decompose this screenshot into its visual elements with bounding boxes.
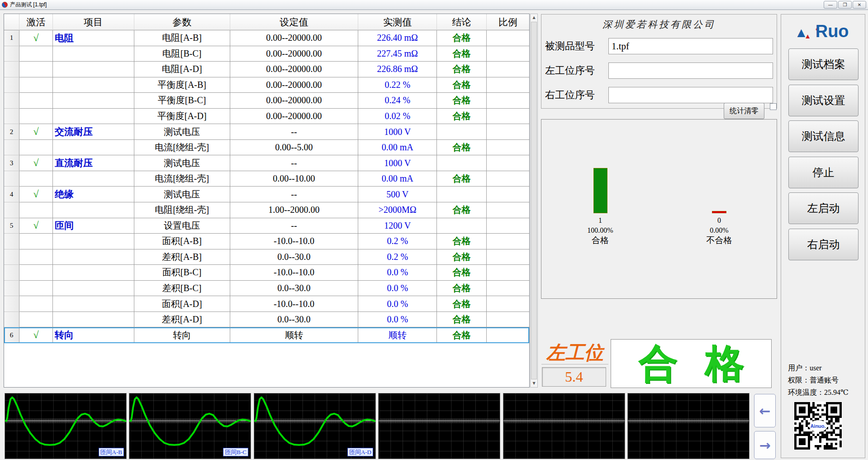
- column-header-3: 参数: [134, 14, 230, 30]
- close-button[interactable]: ✕: [853, 1, 866, 9]
- table-row[interactable]: 4√绝缘测试电压--500 V: [4, 187, 529, 202]
- maximize-button[interactable]: ❐: [838, 1, 852, 9]
- table-row[interactable]: 2√交流耐压测试电压--1000 V: [4, 124, 529, 140]
- minimize-button[interactable]: —: [824, 1, 837, 9]
- table-row[interactable]: 电流[绕组-壳]0.00--5.000.00 mA合格: [4, 140, 529, 156]
- window-title: 产品测试 [1.tpf]: [10, 1, 47, 9]
- side-button-3[interactable]: 停止: [788, 157, 859, 188]
- cell-c6: 合格: [437, 30, 487, 46]
- cell-c7: [487, 312, 529, 328]
- cell-c3: 电阻[绕组-壳]: [134, 202, 230, 218]
- cell-c4: -10.0--10.0: [230, 296, 359, 312]
- cell-c0: [4, 109, 19, 125]
- cell-c1: √: [19, 327, 53, 343]
- right-serial-input[interactable]: [608, 87, 773, 103]
- cell-c6: [437, 187, 487, 202]
- table-row[interactable]: 面积[B-C]-10.0--10.00.0 %合格: [4, 265, 529, 281]
- cell-c0: [4, 62, 19, 77]
- cell-c1: √: [19, 30, 53, 46]
- cell-c7: [487, 140, 529, 156]
- cell-c2: [53, 296, 134, 312]
- table-row[interactable]: 面积[A-B]-10.0--10.00.2 %合格: [4, 234, 529, 249]
- table-row[interactable]: 6√转向转向顺转顺转合格: [4, 327, 529, 343]
- table-row[interactable]: 差积[B-C]0.0--30.00.0 %合格: [4, 281, 529, 297]
- cell-c2: [53, 171, 134, 187]
- cell-c0: [4, 312, 19, 328]
- stats-checkbox[interactable]: [770, 103, 777, 110]
- cell-c5: 226.40 mΩ: [358, 30, 437, 46]
- fail-label: 不合格: [683, 235, 755, 245]
- station-value: 5.4: [542, 367, 606, 387]
- side-button-2[interactable]: 测试信息: [788, 120, 859, 152]
- cell-c4: -10.0--10.0: [230, 234, 359, 249]
- cell-c0: 4: [4, 187, 19, 202]
- pass-count: 1: [564, 216, 636, 225]
- scrollbar-thumb[interactable]: [531, 22, 537, 379]
- waveform-next-button[interactable]: →: [754, 431, 776, 459]
- table-row[interactable]: 电流[绕组-壳]0.00--10.000.00 mA合格: [4, 171, 529, 187]
- cell-c1: [19, 77, 53, 93]
- cell-c7: [487, 296, 529, 312]
- cell-c6: 合格: [437, 77, 487, 93]
- cell-c7: [487, 265, 529, 281]
- cell-c0: [4, 296, 19, 312]
- side-button-5[interactable]: 右启动: [788, 229, 859, 260]
- cell-c3: 电阻[A-B]: [134, 30, 230, 46]
- waveform-label: 匝间A-D: [347, 448, 373, 456]
- cell-c1: [19, 46, 53, 62]
- cell-c5: 1000 V: [358, 124, 437, 140]
- table-row[interactable]: 差积[A-D]0.0--30.00.0 %合格: [4, 312, 529, 328]
- table-row[interactable]: 面积[A-D]-10.0--10.00.0 %合格: [4, 296, 529, 312]
- cell-c7: [487, 171, 529, 187]
- waveform-panel-1: 匝间B-C: [129, 393, 251, 459]
- logo-red-triangle-icon: ▲: [804, 32, 811, 40]
- clear-stats-button[interactable]: 统计清零: [724, 103, 764, 119]
- model-input[interactable]: [608, 38, 773, 54]
- table-row[interactable]: 电阻[A-D]0.00--20000.00226.86 mΩ合格: [4, 62, 529, 77]
- side-button-4[interactable]: 左启动: [788, 192, 859, 224]
- product-info-box: 深圳爱若科技有限公司 被测品型号 左工位序号 右工位序号: [541, 14, 777, 109]
- cell-c1: √: [19, 218, 53, 234]
- cell-c2: 直流耐压: [53, 155, 134, 171]
- side-button-0[interactable]: 测试档案: [788, 48, 859, 80]
- cell-c5: 1200 V: [358, 218, 437, 234]
- table-row[interactable]: 差积[A-B]0.0--30.00.2 %合格: [4, 249, 529, 265]
- cell-c6: 合格: [437, 109, 487, 125]
- company-name: 深圳爱若科技有限公司: [541, 18, 777, 31]
- fail-bar-labels: 0 0.00% 不合格: [683, 216, 755, 245]
- waveform-panel-3: [378, 393, 500, 459]
- waveform-panel-4: [503, 393, 625, 459]
- cell-c2: 交流耐压: [53, 124, 134, 140]
- fail-bar: [712, 211, 726, 213]
- table-row[interactable]: 3√直流耐压测试电压--1000 V: [4, 155, 529, 171]
- cell-c6: 合格: [437, 202, 487, 218]
- cell-c4: 0.00--5.00: [230, 140, 359, 156]
- table-row[interactable]: 平衡度[A-B]0.00--20000.000.22 %合格: [4, 77, 529, 93]
- cell-c6: 合格: [437, 249, 487, 265]
- scroll-up-button[interactable]: ▲: [531, 14, 537, 21]
- left-serial-label: 左工位序号: [545, 62, 595, 79]
- side-button-1[interactable]: 测试设置: [788, 85, 859, 116]
- user-line: 用户：user: [788, 363, 863, 373]
- table-row[interactable]: 平衡度[B-C]0.00--20000.000.24 %合格: [4, 93, 529, 109]
- statistics-chart: 1 100.00% 合格 0 0.00% 不合格: [541, 119, 777, 299]
- table-row[interactable]: 电阻[绕组-壳]1.00--2000.00>2000MΩ合格: [4, 202, 529, 218]
- column-header-2: 项目: [53, 14, 134, 30]
- waveform-prev-button[interactable]: ←: [754, 394, 776, 427]
- cell-c1: [19, 171, 53, 187]
- model-label: 被测品型号: [545, 38, 595, 54]
- cell-c5: 0.22 %: [358, 77, 437, 93]
- table-row[interactable]: 5√匝间设置电压--1200 V: [4, 218, 529, 234]
- table-row[interactable]: 1√电阻电阻[A-B]0.00--20000.00226.40 mΩ合格: [4, 30, 529, 46]
- cell-c3: 差积[A-D]: [134, 312, 230, 328]
- table-row[interactable]: 平衡度[A-D]0.00--20000.000.02 %合格: [4, 109, 529, 125]
- table-scrollbar[interactable]: ▲ ▼: [530, 14, 538, 388]
- left-serial-input[interactable]: [608, 62, 773, 79]
- cell-c2: [53, 62, 134, 77]
- cell-c2: 匝间: [53, 218, 134, 234]
- cell-c7: [487, 187, 529, 202]
- table-row[interactable]: 电阻[B-C]0.00--20000.00227.45 mΩ合格: [4, 46, 529, 62]
- cell-c1: [19, 202, 53, 218]
- scroll-down-button[interactable]: ▼: [531, 380, 537, 387]
- cell-c5: 0.0 %: [358, 296, 437, 312]
